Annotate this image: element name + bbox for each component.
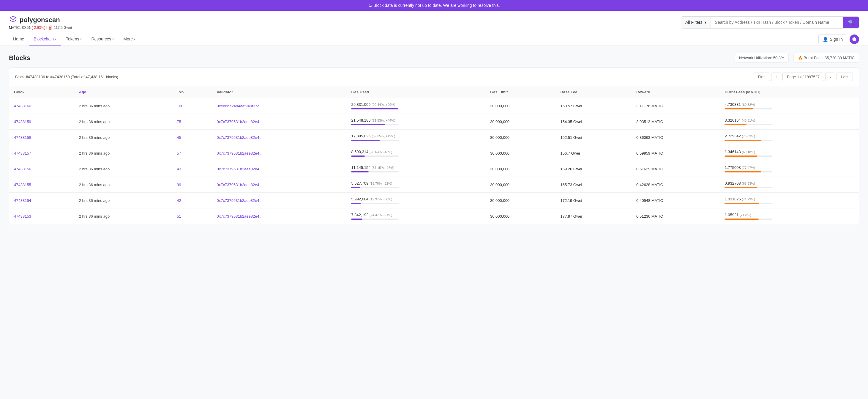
block-validator: 0x7c7379531b2aee82e4... [212, 114, 347, 130]
block-base-fee: 159.26 Gwei [556, 161, 631, 177]
pagination: First ‹ Page 1 of 1897527 › Last [754, 73, 853, 81]
gas-icon: ⛽ [49, 26, 53, 30]
network-stats: Network Utilization: 50.8% 🔥 Burnt Fees:… [735, 53, 859, 63]
block-gas-used: 8,590,314 (28.63%, -43%) [346, 145, 486, 161]
block-gas-used: 7,342,192 (24.47%, -51%) [346, 208, 486, 224]
nav-more[interactable]: More ▾ [119, 33, 140, 46]
block-number: 47438156 [9, 161, 74, 177]
block-base-fee: 165.73 Gwei [556, 177, 631, 193]
polygon-nav-icon[interactable] [849, 34, 859, 44]
user-icon: 👤 [823, 37, 828, 41]
txn-link[interactable]: 100 [177, 104, 183, 108]
block-link[interactable]: 47438156 [14, 167, 31, 171]
logo-link[interactable]: polygonscan [9, 15, 72, 25]
col-age: Age [74, 86, 172, 98]
blocks-table-card: Block #47438136 to #47438160 (Total of 4… [9, 67, 859, 224]
table-row: 47438157 2 hrs 36 mins ago 57 0x7c737953… [9, 145, 859, 161]
txn-link[interactable]: 57 [177, 151, 181, 155]
block-validator: 0x7c7379531b2aee82e4... [212, 193, 347, 208]
block-link[interactable]: 47438159 [14, 119, 31, 124]
txn-link[interactable]: 39 [177, 182, 181, 187]
block-number: 47438160 [9, 98, 74, 114]
block-gas-used: 5,627,709 (18.76%, -62%) [346, 177, 486, 193]
block-validator: 0x7c7379531b2aee82e4... [212, 145, 347, 161]
block-link[interactable]: 47438154 [14, 198, 31, 203]
network-utilization: Network Utilization: 50.8% [735, 53, 789, 63]
nav-home[interactable]: Home [9, 33, 28, 46]
main-content: Blocks Network Utilization: 50.8% 🔥 Burn… [0, 46, 868, 231]
next-page-button[interactable]: › [825, 73, 835, 81]
block-number: 47438154 [9, 193, 74, 208]
last-page-button[interactable]: Last [837, 73, 853, 81]
table-row: 47438159 2 hrs 36 mins ago 75 0x7c737953… [9, 114, 859, 130]
block-number: 47438157 [9, 145, 74, 161]
blocks-table: Block Age Txn Validator Gas Used Gas Lim… [9, 86, 859, 224]
block-gas-used: 17,895,025 (59.65%, +19%) [346, 130, 486, 145]
validator-link[interactable]: 0x7c7379531b2aee82e4... [217, 151, 262, 155]
block-age: 2 hrs 36 mins ago [74, 98, 172, 114]
search-button[interactable]: 🔍 [843, 17, 859, 28]
page-header: Blocks Network Utilization: 50.8% 🔥 Burn… [9, 53, 859, 63]
block-number: 47438153 [9, 208, 74, 224]
block-link[interactable]: 47438158 [14, 135, 31, 140]
logo-icon [9, 15, 17, 25]
nav-resources[interactable]: Resources ▾ [87, 33, 118, 46]
block-link[interactable]: 47438157 [14, 151, 31, 155]
txn-link[interactable]: 75 [177, 119, 181, 124]
chevron-down-icon: ▾ [55, 37, 57, 41]
block-burnt-fees: 1.346143 (69.18%) [720, 145, 859, 161]
validator-link[interactable]: 0x7c7379531b2aee82e4... [217, 182, 262, 187]
col-gas-used: Gas Used [346, 86, 486, 98]
validator-link[interactable]: 0x7c7379531b2aee82e4... [217, 119, 262, 124]
block-txn: 39 [172, 177, 212, 193]
table-header-row: Block Age Txn Validator Gas Used Gas Lim… [9, 86, 859, 98]
first-page-button[interactable]: First [754, 73, 770, 81]
validator-link[interactable]: 0xeedba2484aaf940f37c... [217, 104, 262, 108]
signin-button[interactable]: 👤 Sign In [818, 34, 847, 44]
block-age: 2 hrs 36 mins ago [74, 130, 172, 145]
block-burnt-fees: 1.775008 (77.47%) [720, 161, 859, 177]
search-input[interactable] [711, 17, 843, 28]
filter-select[interactable]: All Filters ▾ [681, 17, 711, 28]
block-txn: 42 [172, 193, 212, 208]
filter-label: All Filters [685, 20, 703, 25]
block-reward: 0.59959 MATIC [631, 145, 720, 161]
block-txn: 43 [172, 161, 212, 177]
block-link[interactable]: 47438155 [14, 182, 31, 187]
block-age: 2 hrs 36 mins ago [74, 177, 172, 193]
validator-link[interactable]: 0x7c7379531b2aee82e4... [217, 135, 262, 140]
validator-link[interactable]: 0x7c7379531b2aee82e4... [217, 167, 262, 171]
block-gas-limit: 30,000,000 [486, 98, 556, 114]
col-validator: Validator [212, 86, 347, 98]
nav-blockchain[interactable]: Blockchain ▾ [29, 33, 61, 46]
chevron-down-icon: ▾ [112, 37, 114, 41]
banner: 🗂 Block data is currently not up to date… [0, 0, 868, 11]
block-gas-used: 29,831,009 (99.44%, +99%) [346, 98, 486, 114]
block-age: 2 hrs 36 mins ago [74, 145, 172, 161]
nav-tokens[interactable]: Tokens ▾ [62, 33, 86, 46]
block-gas-limit: 30,000,000 [486, 114, 556, 130]
block-link[interactable]: 47438153 [14, 214, 31, 219]
gas-price: 117.5 Gwei [54, 26, 72, 30]
block-gas-limit: 30,000,000 [486, 161, 556, 177]
validator-link[interactable]: 0x7c7379531b2aee82e4... [217, 214, 262, 219]
table-row: 47438153 2 hrs 36 mins ago 51 0x7c737953… [9, 208, 859, 224]
prev-page-button[interactable]: ‹ [771, 73, 781, 81]
txn-link[interactable]: 51 [177, 214, 181, 219]
block-burnt-fees: 3.326164 (45.81%) [720, 114, 859, 130]
block-reward: 0.86063 MATIC [631, 130, 720, 145]
txn-link[interactable]: 42 [177, 198, 181, 203]
block-link[interactable]: 47438160 [14, 104, 31, 108]
block-validator: 0x7c7379531b2aee82e4... [212, 130, 347, 145]
block-validator: 0x7c7379531b2aee82e4... [212, 208, 347, 224]
nav: Home Blockchain ▾ Tokens ▾ Resources ▾ M… [9, 33, 859, 46]
burnt-fees-label: Burnt Fees: [804, 56, 825, 60]
txn-link[interactable]: 45 [177, 135, 181, 140]
search-bar: All Filters ▾ 🔍 [681, 16, 859, 29]
block-age: 2 hrs 36 mins ago [74, 114, 172, 130]
block-txn: 51 [172, 208, 212, 224]
table-header: Block #47438136 to #47438160 (Total of 4… [9, 68, 859, 86]
txn-link[interactable]: 43 [177, 167, 181, 171]
block-reward: 0.51236 MATIC [631, 208, 720, 224]
validator-link[interactable]: 0x7c7379531b2aee82e4... [217, 198, 262, 203]
